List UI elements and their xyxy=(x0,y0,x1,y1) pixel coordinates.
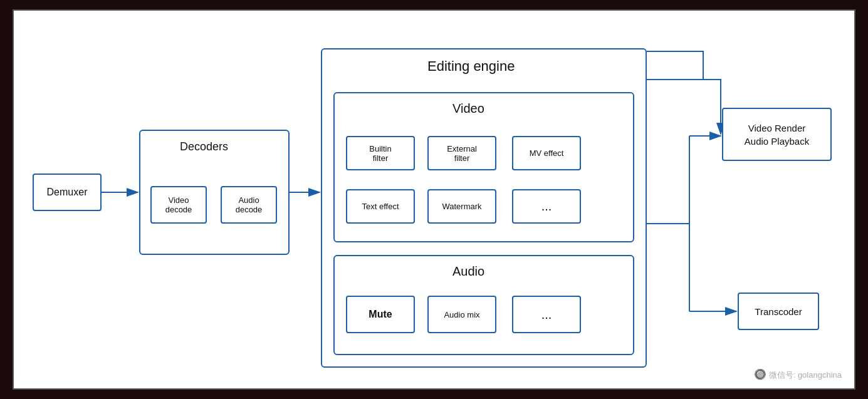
audio-mix-box: Audio mix xyxy=(427,296,496,333)
watermark-box: Watermark xyxy=(427,189,496,224)
audio-decode-box: Audiodecode xyxy=(221,186,277,224)
mute-box: Mute xyxy=(346,296,415,333)
watermark-label: Watermark xyxy=(442,202,481,211)
external-filter-label: Externalfilter xyxy=(447,144,477,163)
video-render-box: Video RenderAudio Playback xyxy=(722,108,832,161)
external-filter-box: Externalfilter xyxy=(427,136,496,170)
watermark-text: 🔘 微信号: golangchina xyxy=(754,368,842,381)
audio-section-label: Audio xyxy=(452,264,484,279)
text-effect-box: Text effect xyxy=(346,189,415,224)
builtin-filter-box: Builtinfilter xyxy=(346,136,415,170)
dots-audio-box: ... xyxy=(512,296,581,333)
video-decode-label: Videodecode xyxy=(165,195,192,214)
diagram-container: Demuxer Decoders Videodecode Audiodecode… xyxy=(13,9,855,390)
builtin-filter-label: Builtinfilter xyxy=(369,144,391,163)
editing-engine-label: Editing engine xyxy=(427,58,515,75)
video-render-label: Video RenderAudio Playback xyxy=(745,122,809,148)
dots-audio-label: ... xyxy=(541,308,552,322)
decoders-label: Decoders xyxy=(180,140,228,153)
mv-effect-label: MV effect xyxy=(530,148,564,158)
dots-video-box: ... xyxy=(512,189,581,224)
video-decode-box: Videodecode xyxy=(150,186,207,224)
audio-mix-label: Audio mix xyxy=(444,310,479,319)
demuxer-box: Demuxer xyxy=(33,174,102,211)
mute-label: Mute xyxy=(369,309,392,320)
demuxer-label: Demuxer xyxy=(47,187,88,198)
transcoder-box: Transcoder xyxy=(738,293,819,330)
transcoder-label: Transcoder xyxy=(755,306,802,317)
video-section-label: Video xyxy=(452,101,484,116)
audio-decode-label: Audiodecode xyxy=(236,195,263,214)
text-effect-label: Text effect xyxy=(362,202,399,211)
mv-effect-box: MV effect xyxy=(512,136,581,170)
dots-video-label: ... xyxy=(541,199,552,214)
